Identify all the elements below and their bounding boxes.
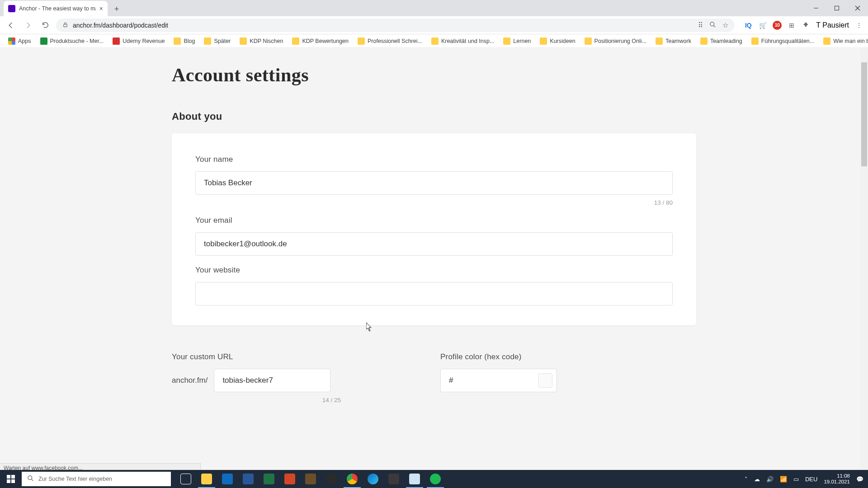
ext-grid-icon[interactable]: ⊞	[787, 21, 796, 30]
new-tab-button[interactable]: +	[110, 3, 123, 15]
tab-close-icon[interactable]: ×	[99, 5, 103, 12]
bookmark-item[interactable]: Später	[200, 35, 234, 47]
edge-icon[interactable]	[363, 470, 383, 488]
custom-url-input[interactable]	[214, 369, 330, 392]
vertical-scrollbar[interactable]	[860, 48, 868, 473]
red-icon	[113, 38, 120, 45]
bookmark-label: Lernen	[513, 38, 531, 44]
svg-rect-1	[835, 6, 839, 10]
custom-url-counter: 14 / 25	[172, 397, 341, 404]
notepad-icon[interactable]	[404, 470, 425, 488]
obs-icon[interactable]	[321, 470, 342, 488]
color-swatch[interactable]	[538, 373, 552, 388]
app-dark-icon[interactable]	[383, 470, 404, 488]
spotify-icon[interactable]	[425, 470, 446, 488]
task-view-icon[interactable]	[175, 470, 196, 488]
bookmark-label: Professionell Schrei...	[368, 38, 422, 44]
tray-wifi-icon[interactable]: 📶	[780, 476, 787, 483]
tray-clock[interactable]: 11:08 19.01.2021	[824, 473, 850, 485]
excel-icon[interactable]	[259, 470, 279, 488]
nav-forward-button[interactable]	[22, 19, 34, 32]
email-field: Your email	[195, 216, 673, 256]
folder-icon	[700, 38, 708, 45]
bookmark-item[interactable]: KDP Bewertungen	[288, 35, 352, 47]
mail-icon[interactable]	[217, 470, 238, 488]
tray-volume-icon[interactable]: 🔊	[766, 476, 774, 483]
profile-chip[interactable]: T Pausiert	[816, 21, 849, 29]
bookmark-label: Produktsuche - Mer...	[50, 38, 104, 44]
email-input[interactable]	[195, 232, 673, 256]
app-brown-icon[interactable]	[300, 470, 321, 488]
ext-cart-icon[interactable]: 🛒	[758, 21, 767, 30]
bookmark-star-icon[interactable]: ☆	[722, 21, 728, 29]
svg-rect-9	[7, 479, 10, 483]
custom-url-block: Your custom URL anchor.fm/ 14 / 25	[172, 352, 341, 404]
browser-toolbar: anchor.fm/dashboard/podcast/edit ⠿ ☆ IQ …	[0, 16, 868, 34]
profile-color-label: Profile color (hex code)	[440, 352, 557, 361]
tab-title: Anchor - The easiest way to mak	[19, 5, 96, 12]
chrome-icon[interactable]	[342, 470, 363, 488]
address-url: anchor.fm/dashboard/podcast/edit	[73, 22, 693, 29]
powerpoint-icon[interactable]	[279, 470, 300, 488]
address-actions: ⠿ ☆	[698, 21, 728, 29]
bookmark-item[interactable]: Apps	[5, 35, 35, 47]
address-bar[interactable]: anchor.fm/dashboard/podcast/edit ⠿ ☆	[56, 19, 735, 32]
scrollbar-thumb[interactable]	[861, 62, 867, 166]
bookmark-item[interactable]: Blog	[170, 35, 198, 47]
svg-rect-10	[11, 479, 15, 483]
chrome-menu-icon[interactable]: ⋮	[854, 21, 863, 30]
bookmark-label: Blog	[184, 38, 195, 44]
website-input[interactable]	[195, 282, 673, 305]
bookmark-item[interactable]: Professionell Schrei...	[354, 35, 426, 47]
bookmark-item[interactable]: Wie man ein besser...	[820, 35, 868, 47]
extensions-puzzle-icon[interactable]	[802, 21, 811, 30]
window-maximize-button[interactable]	[826, 0, 847, 16]
custom-url-prefix: anchor.fm/	[172, 376, 208, 385]
tray-battery-icon[interactable]: ▭	[793, 476, 799, 483]
bookmark-item[interactable]: Kreativität und Insp...	[428, 35, 498, 47]
bookmark-item[interactable]: Produktsuche - Mer...	[37, 35, 108, 47]
bookmark-item[interactable]: Teamwork	[652, 35, 695, 47]
nav-back-button[interactable]	[5, 19, 17, 32]
profile-avatar: T	[816, 21, 820, 29]
tray-chevron-icon[interactable]: ˄	[745, 476, 748, 483]
svg-line-6	[714, 25, 716, 27]
anchor-favicon	[8, 5, 15, 12]
bookmark-item[interactable]: Führungsqualitäten...	[748, 35, 818, 47]
tray-date: 19.01.2021	[824, 479, 850, 485]
profile-status: Pausiert	[822, 21, 849, 29]
bookmark-label: Kreativität und Insp...	[441, 38, 494, 44]
browser-tab-active[interactable]: Anchor - The easiest way to mak ×	[4, 1, 108, 16]
word-icon[interactable]	[238, 470, 259, 488]
zoom-icon[interactable]	[709, 21, 716, 29]
tray-onedrive-icon[interactable]: ☁	[754, 476, 760, 483]
file-explorer-icon[interactable]	[196, 470, 217, 488]
section-about-you: About you	[172, 111, 696, 122]
nav-reload-button[interactable]	[39, 19, 52, 32]
window-close-button[interactable]	[847, 0, 868, 16]
bookmark-label: KDP Bewertungen	[302, 38, 349, 44]
bookmark-item[interactable]: Kursideen	[536, 35, 579, 47]
bookmark-item[interactable]: Teamleading	[697, 35, 746, 47]
bookmark-label: Führungsqualitäten...	[761, 38, 814, 44]
svg-rect-4	[64, 24, 67, 26]
lock-icon	[62, 22, 68, 29]
bookmark-item[interactable]: KDP Nischen	[236, 35, 287, 47]
bookmark-item[interactable]: Lernen	[500, 35, 534, 47]
bookmark-label: Wie man ein besser...	[833, 38, 868, 44]
ext-iq-icon[interactable]: IQ	[744, 21, 753, 30]
action-center-icon[interactable]: 💬	[856, 476, 863, 483]
name-input[interactable]	[195, 171, 673, 195]
taskbar-search[interactable]: Zur Suche Text hier eingeben	[22, 472, 171, 486]
bookmark-item[interactable]: Udemy Revenue	[109, 35, 168, 47]
bookmark-label: Teamleading	[710, 38, 742, 44]
window-minimize-button[interactable]	[806, 0, 826, 16]
folder-icon	[358, 38, 365, 45]
ext-notif-icon[interactable]: 10	[773, 21, 782, 30]
about-you-card: Your name 13 / 80 Your email Your websit…	[172, 133, 696, 325]
translate-icon[interactable]: ⠿	[698, 21, 703, 29]
bookmark-item[interactable]: Positionierung Onli...	[581, 35, 650, 47]
search-icon	[27, 475, 34, 483]
tray-language[interactable]: DEU	[805, 476, 817, 483]
start-button[interactable]	[0, 470, 22, 488]
